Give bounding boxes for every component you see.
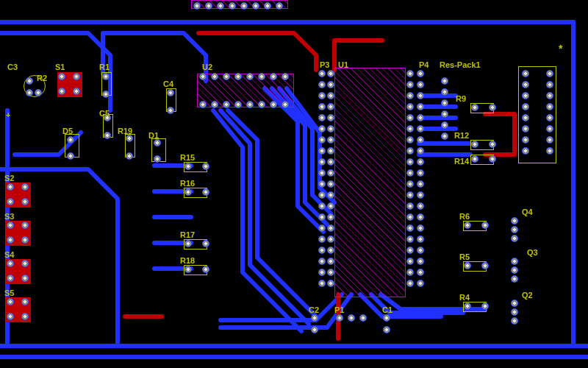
- trace-layer: [0, 0, 588, 368]
- pcb-layout-canvas[interactable]: /*placeholder*/ C3 R2 S1 R1 U2 P3 U1 P4 …: [0, 0, 588, 368]
- component-U1: [334, 68, 406, 297]
